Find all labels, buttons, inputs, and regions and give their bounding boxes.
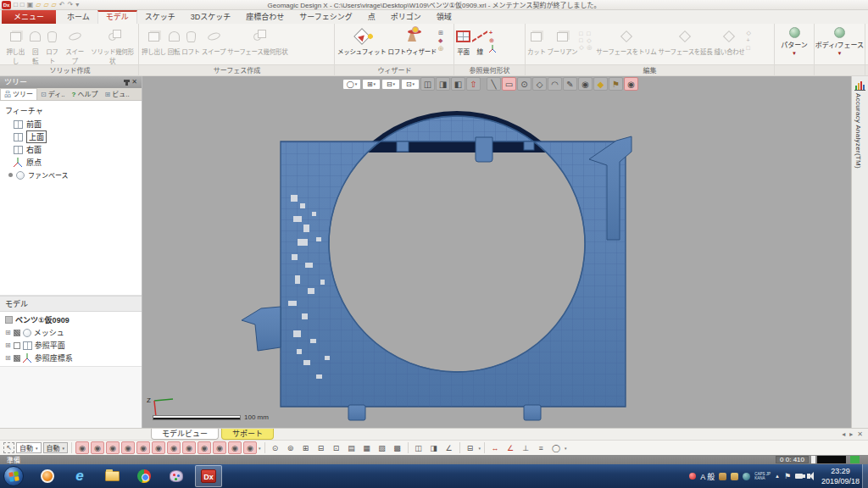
tray-app-icon[interactable]	[689, 473, 696, 480]
show-vectors-toggle[interactable]: ◉	[152, 441, 165, 454]
view-bottom-button[interactable]: ▧	[376, 441, 389, 454]
ime-caps-kana[interactable]: CAPS JPKANA	[754, 472, 771, 480]
show-bodies-toggle[interactable]: ◉	[75, 441, 89, 454]
edit-small-buttons[interactable]: □□ □◇ ◇◎	[579, 26, 594, 51]
zoom-fit-button[interactable]: ⊙	[269, 441, 282, 454]
view-front-button[interactable]: ⊞	[299, 441, 313, 454]
polygon-select-button[interactable]: ◇	[532, 77, 547, 91]
trim-surface-button[interactable]: サーフェースをトリム	[596, 26, 656, 56]
measure-distance-button[interactable]: ↔	[488, 441, 502, 454]
clip-plane-c-button[interactable]: ◧	[451, 77, 465, 91]
circle-select-button[interactable]: ⊙	[517, 77, 531, 91]
tab-support[interactable]: サポート	[221, 429, 274, 440]
bucket-select-button[interactable]: ◆	[593, 77, 608, 91]
expand-icon[interactable]: ⊞	[5, 341, 11, 349]
body-face-dropdown-icon[interactable]: ▼	[837, 51, 843, 56]
tab-display[interactable]: ⊡ディ..	[37, 88, 69, 100]
polyline-icon[interactable]: ⊕	[489, 37, 497, 44]
view-left-button[interactable]: ⊡	[330, 441, 343, 454]
new-file-icon[interactable]: □	[14, 1, 18, 9]
tray-toolbox-icon[interactable]	[719, 473, 726, 480]
rotate-view-button[interactable]: ◫	[412, 441, 426, 454]
show-regions-toggle[interactable]: ◉	[106, 441, 120, 454]
tray-globe-icon[interactable]	[743, 473, 750, 480]
view-back-button[interactable]: ⊟	[314, 441, 328, 454]
taskbar-geomagic-active[interactable]: Dx	[195, 465, 222, 487]
copy-dropdown-icon[interactable]: ▾	[479, 446, 481, 451]
flag-icon[interactable]: ⚑	[784, 472, 791, 480]
boolean-button[interactable]: ブーリアン	[548, 26, 578, 56]
tab-region[interactable]: 領域	[429, 10, 459, 24]
expand-icon[interactable]: ⊞	[5, 329, 11, 336]
normal-view-button[interactable]: ⇧	[466, 77, 481, 91]
undo-icon[interactable]: ↶	[59, 1, 65, 9]
tab-alignment[interactable]: 座標合わせ	[238, 10, 292, 24]
tree-item-fanbase[interactable]: ファンベース	[0, 169, 142, 181]
measure-angle-button[interactable]: ∠	[504, 441, 517, 454]
revolve-wizard-icon[interactable]: ◎	[438, 45, 443, 52]
tab-scroll-right-icon[interactable]: ▸	[849, 429, 853, 441]
show-points-toggle[interactable]: ◉	[121, 441, 135, 454]
import2-icon[interactable]: ▱	[43, 1, 48, 9]
rectangle-select-button[interactable]: ▭	[502, 77, 516, 91]
clip-plane-a-button[interactable]: ◫	[420, 77, 435, 91]
close-icon[interactable]: ✕	[131, 76, 137, 88]
pan-view-button[interactable]: ◨	[427, 441, 441, 454]
body-face-button[interactable]: ボディ/フェース ▼	[815, 24, 865, 56]
taskbar-media-player[interactable]	[34, 465, 61, 487]
visibility-dropdown-icon[interactable]: ▾	[259, 446, 261, 451]
extrude-wizard-icon[interactable]: ◆	[438, 37, 443, 44]
model-root-item[interactable]: ベンツ①仮0909	[0, 313, 142, 326]
line-select-button[interactable]: ╲	[487, 77, 501, 91]
tab-surfacing[interactable]: サーフェシング	[292, 10, 359, 24]
extrude-solid-button[interactable]: 押し出し	[3, 26, 27, 65]
show-planes-toggle[interactable]: ◉	[136, 441, 150, 454]
clip-plane-b-button[interactable]: ◨	[436, 77, 450, 91]
sweep-surface-button[interactable]: スイープ	[202, 26, 225, 56]
tab-model[interactable]: モデル	[97, 10, 137, 24]
tray-expand-icon[interactable]: ▲	[775, 474, 780, 479]
measure-dropdown-icon[interactable]: ▾	[565, 446, 567, 451]
show-coords-toggle[interactable]: ◉	[228, 441, 242, 454]
checkbox[interactable]	[14, 342, 20, 349]
checkbox[interactable]	[14, 355, 20, 362]
zoom-area-button[interactable]: ⊚	[284, 441, 298, 454]
surface-geometry-button[interactable]: サーフェース幾何形状	[227, 26, 287, 56]
import-icon[interactable]: ▱	[36, 1, 41, 9]
loft-surface-button[interactable]: ロフト	[181, 26, 200, 56]
view-right-button[interactable]: ▤	[345, 441, 359, 454]
model-item-ref-planes[interactable]: ⊞参照平面	[0, 339, 142, 352]
speaker-icon[interactable]	[807, 474, 810, 479]
show-surfaces-toggle[interactable]: ◉	[198, 441, 211, 454]
save-icon[interactable]: ▣	[27, 1, 34, 9]
start-button[interactable]	[3, 466, 24, 486]
viewport-3d[interactable]: ◯▾ ⊞▾ ⊟▾ ⊡▾ ◫ ◨ ◧ ⇧ ╲ ▭ ⊙ ◇ ◠ ✎ ◉ ◆ ⚑ ◉ …	[142, 76, 851, 428]
measure-radius-button[interactable]: ◯	[549, 441, 563, 454]
model-item-ref-coord[interactable]: ⊞ 参照座標系	[0, 352, 142, 364]
show-desktop-button[interactable]	[862, 464, 868, 488]
sketch-wizard-icon[interactable]: ⊞	[438, 30, 443, 36]
tab-view[interactable]: ⊞ビュ..	[101, 88, 132, 100]
loft-solid-button[interactable]: ロフト	[43, 26, 61, 65]
freeform-select-button[interactable]: ◠	[548, 77, 562, 91]
tree-item-top-plane[interactable]: 上面	[0, 130, 142, 143]
tab-sketch[interactable]: スケッチ	[137, 10, 183, 24]
custom-select-button[interactable]: ⚑	[609, 77, 623, 91]
tab-3dsketch[interactable]: 3Dスケッチ	[183, 10, 239, 24]
tree-item-right-plane[interactable]: 右面	[0, 143, 142, 156]
model-mesh[interactable]	[142, 76, 851, 428]
screen-capture-button[interactable]: ∠	[442, 441, 456, 454]
cut-button[interactable]: カット	[527, 26, 546, 56]
redo-icon[interactable]: ↷	[67, 1, 73, 9]
edit-small-buttons2[interactable]: ◇+□	[746, 26, 750, 52]
solid-geometry-button[interactable]: ソリッド幾何形状	[88, 26, 136, 65]
view-iso-button[interactable]: ▩	[391, 441, 404, 454]
model-item-mesh[interactable]: ⊞メッシュ	[0, 326, 142, 339]
measure-section-button[interactable]: ⊥	[519, 441, 532, 454]
loft-wizard-button[interactable]: ロフトウィザード	[387, 26, 437, 56]
view-top-button[interactable]: ▦	[360, 441, 374, 454]
tab-polygon[interactable]: ポリゴン	[383, 10, 429, 24]
checkbox[interactable]	[14, 330, 20, 336]
sweep-solid-button[interactable]: スイープ	[63, 26, 86, 65]
line-button[interactable]: 線	[472, 26, 487, 56]
